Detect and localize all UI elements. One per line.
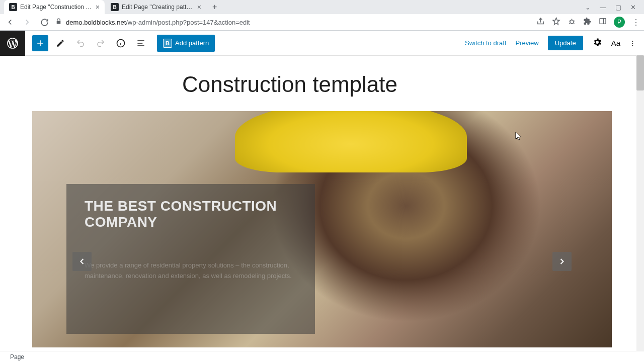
- add-pattern-label: Add pattern: [175, 39, 209, 47]
- settings-icon[interactable]: [592, 37, 602, 49]
- share-icon[interactable]: [536, 17, 545, 28]
- chevron-down-icon[interactable]: ⌄: [585, 4, 591, 11]
- vertical-scrollbar[interactable]: [636, 55, 644, 351]
- more-options-icon[interactable]: ⋮: [629, 39, 636, 47]
- reload-button[interactable]: [38, 16, 50, 28]
- svg-point-0: [570, 20, 574, 23]
- new-tab-button[interactable]: +: [207, 3, 222, 12]
- forward-button[interactable]: [21, 16, 33, 28]
- bookmark-icon[interactable]: [552, 17, 560, 28]
- close-window-icon[interactable]: ✕: [630, 4, 636, 11]
- browser-tab-active[interactable]: B Edit Page "Construction template" ×: [4, 0, 105, 14]
- minimize-icon[interactable]: —: [600, 4, 606, 11]
- kebab-menu-icon[interactable]: ⋮: [632, 18, 640, 27]
- maximize-icon[interactable]: ▢: [615, 4, 621, 11]
- back-button[interactable]: [4, 16, 16, 28]
- typography-button[interactable]: Aa: [611, 39, 620, 47]
- hero-heading[interactable]: THE BEST CONSTRUCTION COMPANY: [85, 198, 297, 230]
- pattern-icon: B: [163, 39, 172, 48]
- lock-icon: [55, 18, 62, 26]
- svg-rect-1: [600, 19, 606, 24]
- carousel-prev-button[interactable]: [72, 252, 92, 271]
- preview-button[interactable]: Preview: [515, 39, 538, 47]
- redo-button[interactable]: [93, 35, 109, 51]
- add-pattern-button[interactable]: B Add pattern: [157, 35, 215, 52]
- tab-strip: B Edit Page "Construction template" × B …: [0, 0, 644, 14]
- update-button[interactable]: Update: [548, 36, 583, 50]
- breadcrumb[interactable]: Page: [10, 353, 24, 360]
- hardhat-illustration: [235, 111, 467, 172]
- close-icon[interactable]: ×: [197, 3, 201, 11]
- editor-canvas[interactable]: Construction template THE BEST CONSTRUCT…: [0, 56, 644, 351]
- browser-tab[interactable]: B Edit Page "Creating patterns dire ×: [106, 0, 206, 14]
- favicon-icon: B: [9, 3, 17, 11]
- scrollbar-thumb[interactable]: [636, 55, 644, 90]
- favicon-icon: B: [111, 3, 119, 11]
- add-block-button[interactable]: [32, 35, 48, 51]
- profile-avatar[interactable]: P: [614, 17, 625, 28]
- close-icon[interactable]: ×: [96, 3, 100, 11]
- undo-button[interactable]: [72, 35, 89, 51]
- browser-chrome: B Edit Page "Construction template" × B …: [0, 0, 644, 31]
- extensions-icon[interactable]: [583, 17, 592, 28]
- window-controls: ⌄ — ▢ ✕: [577, 4, 644, 11]
- url-field[interactable]: demo.boldblocks.net/wp-admin/post.php?po…: [55, 18, 531, 26]
- hero-body-text[interactable]: We provide a range of residential proper…: [85, 260, 297, 282]
- side-panel-icon[interactable]: [599, 17, 607, 27]
- tab-title: Edit Page "Construction template": [20, 4, 93, 11]
- carousel-next-button[interactable]: [552, 252, 572, 271]
- list-view-button[interactable]: [133, 35, 149, 51]
- switch-to-draft-button[interactable]: Switch to draft: [465, 39, 506, 47]
- page-title[interactable]: Construction template: [0, 56, 644, 111]
- status-bar: Page: [0, 351, 644, 362]
- tools-button[interactable]: [52, 35, 68, 51]
- wordpress-logo[interactable]: [0, 31, 25, 56]
- address-bar: demo.boldblocks.net/wp-admin/post.php?po…: [0, 14, 644, 30]
- wp-editor-header: B Add pattern Switch to draft Preview Up…: [0, 31, 644, 56]
- hero-block[interactable]: THE BEST CONSTRUCTION COMPANY We provide…: [32, 111, 612, 347]
- tab-title: Edit Page "Creating patterns dire: [122, 4, 194, 11]
- bug-icon[interactable]: [568, 17, 576, 28]
- hero-overlay-card[interactable]: THE BEST CONSTRUCTION COMPANY We provide…: [66, 184, 315, 334]
- details-button[interactable]: [113, 35, 129, 51]
- url-text: demo.boldblocks.net/wp-admin/post.php?po…: [66, 19, 250, 26]
